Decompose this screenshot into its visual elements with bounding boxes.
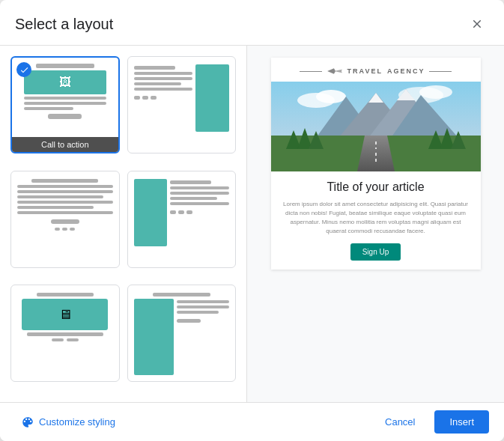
- layout-item-call-to-action[interactable]: 🖼 Call to action: [10, 56, 120, 153]
- brand-line-left: [300, 71, 322, 72]
- customize-label: Customize styling: [39, 416, 115, 428]
- svg-point-4: [419, 85, 452, 99]
- thumb-text-6: [177, 299, 229, 375]
- close-button[interactable]: [465, 12, 489, 36]
- layout-label-1: Call to action: [12, 137, 118, 152]
- thumb-img-icon-5: 🖥: [58, 307, 72, 323]
- thumb-img-6: [134, 299, 174, 375]
- thumb-line: [24, 107, 73, 110]
- layout-panel: 🖼 Call to action: [0, 46, 247, 402]
- thumb-dot: [170, 210, 176, 214]
- thumb-row-6: [134, 299, 230, 375]
- dialog-header: Select a layout: [0, 0, 504, 46]
- thumb-main-4: [170, 179, 229, 214]
- thumb-btn-6: [177, 319, 200, 323]
- thumb-line: [177, 300, 229, 303]
- thumb-line: [134, 82, 181, 85]
- thumb-line: [17, 195, 103, 198]
- thumb-img-1: 🖼: [24, 70, 106, 94]
- brand-line-right: [429, 71, 452, 72]
- layout-thumb-4: [133, 177, 231, 263]
- thumb-dot: [178, 210, 184, 214]
- thumb-btn-3: [51, 219, 79, 224]
- palette-icon: [21, 416, 34, 429]
- layout-thumb-2: [133, 63, 231, 148]
- thumb-line: [31, 179, 98, 183]
- insert-button[interactable]: Insert: [434, 410, 489, 434]
- layout-grid: 🖼 Call to action: [0, 46, 246, 402]
- layout-item-text-heavy[interactable]: [10, 171, 120, 268]
- thumb-dot: [70, 228, 75, 231]
- brand-text: TRAVEL: [347, 67, 383, 75]
- cancel-button[interactable]: Cancel: [373, 410, 427, 434]
- thumb-line: [153, 293, 210, 296]
- thumb-line: [17, 206, 94, 209]
- layout-item-sidebar-left[interactable]: [127, 171, 237, 268]
- thumb-line: [134, 77, 193, 80]
- layout-thumb-5: 🖥: [16, 291, 115, 343]
- thumb-line: [170, 202, 229, 205]
- article-text-content: Lorem ipsum dolor sit amet consectetur a…: [283, 201, 468, 234]
- thumb-sidebar-2: [195, 64, 229, 132]
- thumb-dot: [52, 338, 64, 341]
- thumb-line: [17, 190, 113, 193]
- thumb-line: [177, 311, 219, 314]
- thumb-line: [134, 88, 193, 91]
- layout-item-magazine[interactable]: [127, 285, 237, 382]
- thumb-line: [17, 211, 113, 214]
- thumb-dots-5: [52, 338, 79, 341]
- thumb-lines-1: [24, 97, 106, 110]
- thumb-img-icon-1: 🖼: [59, 76, 71, 89]
- article-title: Title of your article: [282, 180, 470, 194]
- close-icon: [470, 17, 484, 31]
- email-brand: TRAVEL AGENCY: [271, 58, 481, 82]
- dialog-footer: Customize styling Cancel Insert: [0, 402, 504, 441]
- article-text: Lorem ipsum dolor sit amet consectetur a…: [282, 200, 470, 236]
- thumb-btn-1: [48, 114, 82, 119]
- thumb-line: [27, 332, 103, 336]
- thumb-dots-3: [17, 228, 113, 231]
- check-icon: [19, 65, 29, 75]
- thumb-line: [134, 72, 193, 75]
- cta-button-preview: Sign Up: [350, 243, 401, 261]
- thumb-dot: [67, 338, 79, 341]
- layout-thumb-3: [16, 177, 115, 232]
- svg-point-2: [316, 90, 346, 103]
- thumb-line: [170, 186, 229, 189]
- footer-actions: Cancel Insert: [373, 410, 489, 434]
- thumb-dot: [134, 96, 140, 100]
- thumb-img-5: 🖥: [22, 299, 108, 330]
- thumb-line: [17, 201, 113, 204]
- thumb-line: [24, 102, 106, 105]
- email-preview: TRAVEL AGENCY: [271, 58, 481, 270]
- airplane-icon: [327, 67, 343, 76]
- select-layout-dialog: Select a layout 🖼: [0, 0, 504, 441]
- thumb-main-2: [134, 64, 193, 100]
- layout-thumb-6: [133, 291, 231, 377]
- email-hero-image: [271, 82, 481, 171]
- thumb-dot: [186, 210, 192, 214]
- thumb-line: [177, 305, 229, 308]
- thumb-dots: [134, 96, 193, 100]
- thumb-dot: [62, 228, 67, 231]
- thumb-line: [37, 293, 94, 296]
- thumb-dots-4: [170, 210, 229, 214]
- thumb-line: [170, 197, 217, 200]
- thumb-dot: [151, 96, 157, 100]
- customize-styling-button[interactable]: Customize styling: [15, 411, 121, 434]
- selected-check-badge: [16, 62, 31, 77]
- preview-panel: TRAVEL AGENCY: [247, 46, 504, 402]
- thumb-line: [134, 66, 175, 70]
- thumb-line: [170, 192, 229, 195]
- thumb-header-1: [36, 64, 94, 68]
- thumb-line: [170, 180, 211, 184]
- thumb-line: [24, 97, 106, 100]
- thumb-dot: [55, 228, 60, 231]
- thumb-line: [17, 185, 113, 188]
- dialog-body: 🖼 Call to action: [0, 46, 504, 402]
- layout-item-sidebar-right[interactable]: [127, 56, 237, 153]
- layout-item-big-image[interactable]: 🖥: [10, 285, 120, 382]
- brand-sub-text: AGENCY: [387, 67, 425, 75]
- dialog-title: Select a layout: [15, 16, 113, 33]
- email-body: Title of your article Lorem ipsum dolor …: [271, 171, 481, 270]
